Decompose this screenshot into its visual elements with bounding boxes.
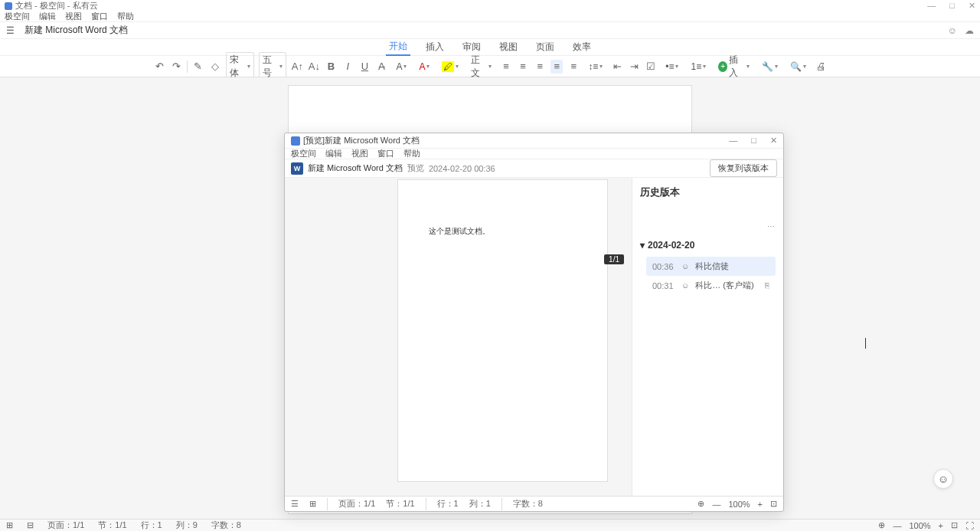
- italic-button[interactable]: I: [341, 60, 354, 74]
- menu-view[interactable]: 视图: [65, 11, 82, 22]
- history-item[interactable]: 00:31 ☺ 科比… (客户端) ⎘: [646, 276, 776, 295]
- distributed-button[interactable]: ≡: [567, 60, 580, 74]
- fullscreen-button[interactable]: ⛶: [965, 521, 974, 530]
- outline-icon[interactable]: ⊞: [6, 520, 13, 530]
- increase-indent-button[interactable]: ⇥: [628, 60, 640, 74]
- format-painter-icon[interactable]: ✎: [192, 60, 204, 74]
- preview-language-icon[interactable]: ⊕: [697, 499, 704, 509]
- hamburger-icon[interactable]: ☰: [6, 25, 17, 36]
- menu-help[interactable]: 帮助: [117, 11, 134, 22]
- preview-outline-icon[interactable]: ☰: [291, 499, 299, 509]
- search-selector[interactable]: 🔍▾: [786, 60, 810, 74]
- user-avatar-icon: ☺: [681, 262, 689, 270]
- align-justify-button[interactable]: ≡: [550, 60, 563, 74]
- minimize-button[interactable]: —: [927, 1, 936, 11]
- menu-workspace[interactable]: 极空间: [5, 11, 30, 22]
- main-statusbar: ⊞ ⊟ 页面：1/1 节：1/1 行：1 列：9 字数：8 ⊕ — 100% +…: [0, 519, 980, 531]
- cloud-icon[interactable]: ☁: [965, 25, 974, 36]
- history-user: 科比信徒: [695, 261, 729, 272]
- preview-close-button[interactable]: ✕: [770, 136, 777, 146]
- tool-selector[interactable]: 🔧▾: [758, 60, 782, 74]
- preview-menu-help[interactable]: 帮助: [403, 148, 420, 159]
- line-spacing-selector[interactable]: ↕≡▾: [584, 60, 606, 74]
- ribbon-tab-page[interactable]: 页面: [533, 39, 557, 55]
- insert-selector[interactable]: +插入▾: [714, 52, 753, 81]
- preview-status-page: 页面：1/1: [338, 498, 375, 510]
- history-item[interactable]: 00:36 ☺ 科比信徒: [646, 257, 776, 276]
- font-selector[interactable]: 宋体▾: [226, 52, 254, 81]
- menu-edit[interactable]: 编辑: [39, 11, 56, 22]
- preview-menu-workspace[interactable]: 极空间: [291, 148, 316, 159]
- number-list-selector[interactable]: 1≡▾: [687, 60, 710, 74]
- ruler-icon[interactable]: ⊟: [27, 520, 34, 530]
- assistant-button[interactable]: ☺: [933, 469, 953, 489]
- decrease-indent-button[interactable]: ⇤: [611, 60, 623, 74]
- history-title: 历史版本: [640, 185, 776, 199]
- history-time: 00:31: [652, 281, 675, 290]
- zoom-out-button[interactable]: —: [893, 521, 901, 530]
- preview-content: 这个是测试文档。: [429, 226, 577, 237]
- fit-page-button[interactable]: ⊡: [951, 520, 958, 530]
- preview-menu-view[interactable]: 视图: [351, 148, 368, 159]
- page-indicator: 1/1: [604, 254, 624, 264]
- align-right-button[interactable]: ≡: [534, 60, 546, 74]
- preview-status-section: 节：1/1: [386, 498, 414, 510]
- bold-button[interactable]: B: [325, 60, 337, 74]
- history-date-group[interactable]: ▾ 2024-02-20: [640, 240, 776, 251]
- copy-icon[interactable]: ⎘: [765, 281, 769, 290]
- preview-zoom-in[interactable]: +: [758, 500, 763, 509]
- document-tab[interactable]: 新建 Microsoft Word 文档: [24, 24, 128, 37]
- preview-zoom-out[interactable]: —: [712, 500, 720, 509]
- print-button[interactable]: 🖨: [815, 60, 827, 74]
- history-time: 00:36: [652, 262, 675, 271]
- strikethrough-button[interactable]: A̶: [375, 60, 387, 74]
- highlight-selector[interactable]: 🖊▾: [438, 60, 462, 74]
- user-icon[interactable]: ☺: [948, 25, 957, 36]
- preview-status-words: 字数：8: [513, 498, 543, 510]
- preview-maximize-button[interactable]: □: [751, 136, 756, 146]
- increase-font-icon[interactable]: A↑: [291, 60, 303, 74]
- checklist-button[interactable]: ☑: [645, 60, 657, 74]
- ribbon-tab-start[interactable]: 开始: [386, 38, 410, 56]
- zoom-level: 100%: [909, 521, 930, 530]
- preview-menu-edit[interactable]: 编辑: [325, 148, 342, 159]
- history-panel: 历史版本 ⋯ ▾ 2024-02-20 00:36 ☺ 科比信徒 00:31 ☺…: [632, 178, 783, 496]
- align-center-button[interactable]: ≡: [517, 60, 529, 74]
- history-more-button[interactable]: ⋯: [640, 222, 776, 231]
- font-effect-selector[interactable]: A▾: [392, 60, 410, 74]
- preview-status-col: 列：1: [469, 498, 491, 510]
- user-avatar-icon: ☺: [681, 281, 689, 290]
- preview-status-line: 行：1: [437, 498, 459, 510]
- ribbon-tab-efficiency[interactable]: 效率: [570, 39, 594, 55]
- font-color-selector[interactable]: A▾: [415, 60, 433, 74]
- undo-button[interactable]: ↶: [153, 60, 165, 74]
- font-size-selector[interactable]: 五号▾: [259, 52, 287, 81]
- status-page: 页面：1/1: [47, 520, 84, 531]
- close-button[interactable]: ✕: [969, 1, 975, 11]
- redo-button[interactable]: ↷: [170, 60, 182, 74]
- preview-fit-page[interactable]: ⊡: [770, 499, 777, 509]
- maximize-button[interactable]: □: [949, 1, 955, 11]
- ribbon-tab-insert[interactable]: 插入: [423, 39, 447, 55]
- status-words: 字数：8: [211, 520, 241, 531]
- decrease-font-icon[interactable]: A↓: [308, 60, 320, 74]
- word-icon: W: [291, 162, 303, 175]
- preview-docbar: W 新建 Microsoft Word 文档 预览 2024-02-20 00:…: [285, 159, 783, 178]
- status-section: 节：1/1: [98, 520, 126, 531]
- preview-grid-icon[interactable]: ⊞: [309, 499, 316, 509]
- language-icon[interactable]: ⊕: [878, 520, 885, 530]
- restore-version-button[interactable]: 恢复到该版本: [710, 159, 777, 177]
- clear-format-icon[interactable]: ◇: [209, 60, 221, 74]
- preview-label: 预览: [407, 162, 424, 174]
- zoom-in-button[interactable]: +: [939, 521, 943, 530]
- preview-zoom-level: 100%: [728, 500, 750, 509]
- main-menubar: 极空间 编辑 视图 窗口 帮助: [0, 11, 980, 22]
- preview-minimize-button[interactable]: —: [729, 136, 737, 146]
- style-selector[interactable]: 正文▾: [467, 52, 495, 81]
- ribbon-tab-view[interactable]: 视图: [496, 39, 521, 55]
- preview-menu-window[interactable]: 窗口: [377, 148, 394, 159]
- bullet-list-selector[interactable]: •≡▾: [662, 60, 682, 74]
- align-left-button[interactable]: ≡: [500, 60, 512, 74]
- menu-window[interactable]: 窗口: [91, 11, 108, 22]
- underline-button[interactable]: U: [358, 60, 371, 74]
